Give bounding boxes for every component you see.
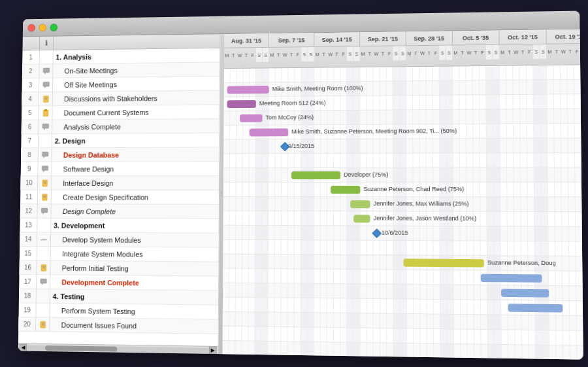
gantt-grid-cell bbox=[507, 109, 514, 123]
task-row[interactable]: 133. Development bbox=[20, 218, 218, 233]
gantt-grid-cell bbox=[493, 153, 500, 167]
gantt-grid-cell bbox=[353, 153, 360, 167]
gantt-grid-cell bbox=[340, 240, 347, 254]
gantt-bar[interactable] bbox=[481, 273, 542, 282]
gantt-bar[interactable] bbox=[403, 258, 483, 267]
gantt-grid-cell bbox=[374, 240, 380, 254]
task-row[interactable]: 20Document Issues Found bbox=[18, 317, 218, 334]
gantt-grid-cell bbox=[327, 269, 334, 283]
gantt-bar[interactable] bbox=[291, 171, 340, 179]
row-number: 13 bbox=[20, 218, 37, 232]
gantt-bar[interactable] bbox=[353, 215, 370, 222]
gantt-grid-cell bbox=[568, 197, 576, 211]
task-row[interactable]: 19Perform System Testing bbox=[19, 303, 218, 319]
gantt-grid-cell bbox=[460, 153, 466, 167]
gantt-grid-cell bbox=[230, 183, 237, 196]
gantt-bar[interactable] bbox=[240, 114, 263, 122]
gantt-bar[interactable] bbox=[250, 128, 288, 136]
gantt-grid-cell bbox=[480, 153, 487, 167]
gantt-grid-cell bbox=[295, 183, 301, 196]
gantt-grid-cell bbox=[374, 343, 380, 357]
gantt-grid-cell bbox=[555, 212, 563, 226]
svg-rect-4 bbox=[43, 96, 48, 102]
gantt-grid-cell bbox=[347, 284, 353, 298]
gantt-grid-cell bbox=[393, 328, 400, 343]
gantt-grid-cell bbox=[237, 183, 243, 196]
task-row[interactable]: 72. Design bbox=[21, 133, 219, 148]
gantt-grid-cell bbox=[243, 125, 250, 139]
gantt-grid-cell bbox=[460, 167, 466, 181]
minimize-btn[interactable] bbox=[39, 24, 46, 31]
row-number: 3 bbox=[22, 78, 40, 92]
gantt-bar[interactable] bbox=[331, 186, 360, 194]
gantt-grid-cell bbox=[360, 139, 367, 152]
task-row[interactable]: 8Design Database bbox=[21, 147, 219, 162]
gantt-grid-cell bbox=[555, 226, 563, 241]
task-row[interactable]: 12Design Complete bbox=[20, 204, 219, 218]
gantt-grid-cell bbox=[347, 342, 353, 357]
gantt-grid-cell bbox=[542, 315, 549, 330]
scroll-thumb[interactable] bbox=[45, 345, 118, 351]
gantt-bar[interactable] bbox=[350, 200, 370, 208]
gantt-grid-cell bbox=[255, 225, 262, 239]
gantt-grid-cell bbox=[288, 183, 295, 196]
task-row[interactable]: 14—Develop System Modules bbox=[20, 232, 219, 247]
gantt-grid-cell bbox=[223, 154, 230, 167]
row-label: Perform Initial Testing bbox=[50, 264, 218, 273]
gantt-grid-cell bbox=[274, 312, 281, 326]
gantt-grid-cell bbox=[527, 138, 534, 152]
gantt-grid-cell bbox=[314, 139, 321, 153]
task-row[interactable]: 10Interface Design bbox=[20, 176, 219, 190]
row-number: 16 bbox=[19, 260, 37, 274]
task-row[interactable]: 184. Testing bbox=[19, 288, 218, 305]
gantt-grid-cell bbox=[467, 285, 474, 299]
task-row[interactable]: 3Off Site Meetings bbox=[22, 76, 220, 92]
gantt-grid-cell bbox=[507, 182, 514, 196]
task-row[interactable]: 6Analysis Complete bbox=[22, 119, 220, 134]
gantt-grid-cell bbox=[440, 66, 446, 80]
gantt-scroll-thumb[interactable] bbox=[248, 356, 349, 359]
gantt-grid-cell bbox=[360, 342, 367, 357]
col-all-header[interactable] bbox=[22, 36, 40, 50]
gantt-grid-cell bbox=[262, 269, 269, 283]
row-label: Discussions with Stakeholders bbox=[53, 94, 220, 103]
gantt-bar[interactable] bbox=[227, 86, 269, 94]
gantt-bar[interactable] bbox=[227, 99, 256, 107]
gantt-grid-cell bbox=[508, 330, 515, 344]
row-number: 7 bbox=[21, 133, 39, 147]
gantt-grid-cell bbox=[556, 286, 563, 300]
gantt-day-cell: W bbox=[513, 44, 519, 59]
gantt-grid-cell bbox=[269, 68, 276, 82]
col-info-header: ℹ bbox=[40, 36, 54, 50]
gantt-scroll-left[interactable]: ◀ bbox=[223, 354, 231, 359]
gantt-grid-cell bbox=[230, 196, 237, 210]
task-row[interactable]: 9Software Design bbox=[21, 162, 220, 176]
task-row[interactable]: 11Create Design Specification bbox=[20, 190, 219, 204]
close-btn[interactable] bbox=[27, 24, 35, 31]
task-row[interactable]: 5Document Current Systems bbox=[22, 105, 220, 120]
task-row[interactable]: 15Integrate System Modules bbox=[20, 246, 219, 262]
scroll-right-btn[interactable]: ▶ bbox=[209, 346, 217, 354]
task-row[interactable]: 2On-Site Meetings bbox=[22, 62, 220, 79]
scroll-left-btn[interactable]: ◀ bbox=[20, 343, 27, 351]
gantt-grid-cell bbox=[340, 211, 347, 225]
task-row[interactable]: 17Development Complete bbox=[19, 275, 218, 291]
row-number: 17 bbox=[19, 275, 37, 288]
gantt-grid-cell bbox=[275, 225, 282, 239]
gantt-grid-cell bbox=[327, 313, 334, 326]
gantt-bar[interactable] bbox=[501, 288, 549, 297]
gantt-day-cell: W bbox=[327, 46, 334, 61]
maximize-btn[interactable] bbox=[50, 23, 58, 31]
task-row[interactable]: 16Perform Initial Testing bbox=[19, 260, 218, 276]
task-row[interactable]: 11. Analysis bbox=[22, 48, 220, 64]
gantt-grid-cell bbox=[340, 254, 347, 268]
gantt-grid-cell bbox=[514, 153, 521, 167]
gantt-grid-cell bbox=[534, 138, 541, 152]
task-row[interactable]: 4Discussions with Stakeholders bbox=[22, 90, 220, 106]
row-icon bbox=[37, 288, 50, 302]
gantt-grid-cell bbox=[360, 67, 367, 80]
gantt-bar[interactable] bbox=[508, 304, 563, 312]
gantt-grid-cell bbox=[407, 270, 414, 283]
gantt-grid-cell bbox=[541, 167, 548, 181]
row-label: Analysis Complete bbox=[52, 122, 219, 130]
